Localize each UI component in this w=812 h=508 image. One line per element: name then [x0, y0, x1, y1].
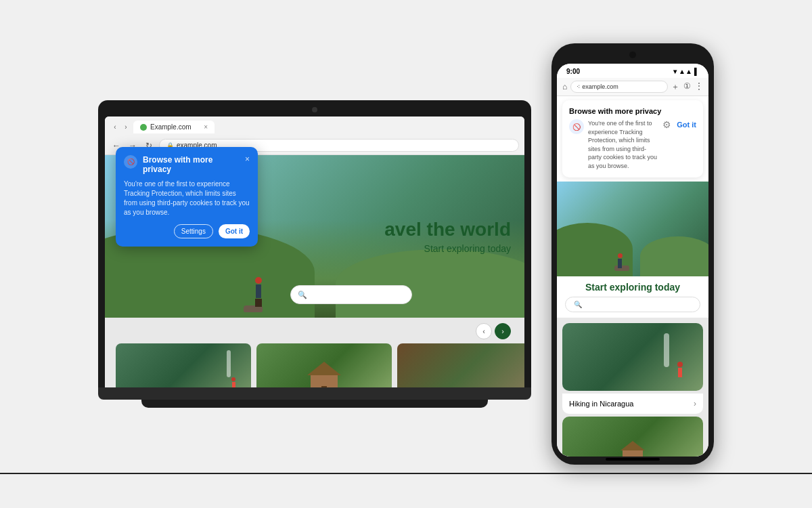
prev-card-button[interactable]: ‹ [476, 323, 492, 339]
figure-head [255, 277, 262, 284]
mobile-card-small[interactable] [562, 417, 703, 457]
browser-tab[interactable]: Example.com × [133, 121, 215, 133]
card-hiker [229, 377, 238, 387]
laptop-camera [312, 107, 317, 112]
tab-bar: ‹ › Example.com × [110, 121, 519, 133]
hero-text: avel the world Start exploring today [384, 219, 511, 254]
privacy-popup: 🚫 Browse with more privacy × You're one … [116, 147, 258, 247]
mobile-card-hiker [677, 362, 683, 377]
signal-icon: ▲▲ [679, 68, 692, 75]
mobile-card-label[interactable]: Hiking in Nicaragua › [562, 394, 703, 414]
mobile-popup-actions: ⚙ Got it [662, 119, 696, 130]
tab-close[interactable]: × [204, 123, 208, 131]
search-icon: 🔍 [298, 291, 307, 299]
hero-title: avel the world [384, 219, 511, 240]
laptop-device: ‹ › Example.com × ← → ↻ [98, 100, 531, 408]
cabin-door [321, 386, 327, 387]
cards-section: ‹ › [105, 318, 524, 387]
card-2-bg [256, 343, 392, 387]
laptop-base [98, 387, 531, 400]
mobile-tracking-icon: 🚫 [569, 119, 584, 134]
tab-nav-arrows: ‹ › [110, 123, 131, 132]
mobile-figure-head [618, 253, 623, 258]
mobile-popup-text: You're one of the first to experience Tr… [588, 119, 658, 171]
mobile-camera [629, 51, 636, 58]
mobile-hill-right [640, 236, 708, 276]
bottom-divider [0, 473, 812, 474]
mobile-address-bar[interactable]: ⁖ example.com [570, 81, 668, 93]
mobile-cards-area: Hiking in Nicaragua › [557, 318, 708, 457]
mobile-browser-actions: ＋ ① ⋮ [671, 81, 703, 93]
mobile-privacy-popup: Browse with more privacy 🚫 You're one of… [562, 100, 703, 177]
mobile-tab-count-icon[interactable]: ① [683, 81, 691, 93]
popup-close-button[interactable]: × [245, 155, 250, 163]
mobile-cabin [621, 441, 645, 457]
mobile-explore-title: Start exploring today [557, 276, 708, 297]
tab-title: Example.com [150, 123, 191, 131]
mobile-hero [557, 182, 708, 276]
popup-actions: Settings Got it [124, 224, 250, 238]
tab-nav-right[interactable]: › [121, 123, 131, 132]
card-3[interactable] [397, 343, 524, 387]
hiker-head [231, 377, 235, 381]
mobile-waterfall [664, 333, 669, 367]
popup-header: 🚫 Browse with more privacy × [124, 155, 250, 174]
card-1[interactable] [116, 343, 251, 387]
laptop-body: ‹ › Example.com × ← → ↻ [98, 100, 531, 387]
mobile-popup-title: Browse with more privacy [569, 107, 696, 115]
cabin-decoration [307, 362, 341, 387]
cards-nav: ‹ › [105, 323, 524, 343]
cabin-roof [307, 362, 341, 375]
mobile-home-indicator [606, 458, 660, 461]
mobile-new-tab-icon[interactable]: ＋ [671, 81, 679, 93]
card-2[interactable] [256, 343, 392, 387]
mobile-status-icons: ▾ ▲▲ ▌ [673, 68, 699, 75]
mobile-popup-content: 🚫 You're one of the first to experience … [569, 119, 696, 171]
popup-body-text: You're one of the first to experience Tr… [124, 179, 250, 217]
settings-button[interactable]: Settings [174, 224, 213, 238]
card-1-bg [116, 343, 251, 387]
tab-favicon [140, 124, 147, 131]
mobile-card-text: Hiking in Nicaragua [569, 400, 633, 408]
mobile-card-big[interactable] [562, 323, 703, 391]
mobile-menu-icon[interactable]: ⋮ [695, 81, 703, 93]
m-cabin-roof [621, 441, 645, 450]
got-it-button[interactable]: Got it [219, 224, 250, 238]
hero-subtitle: Start exploring today [384, 242, 511, 253]
waterfall-decoration [227, 350, 231, 377]
mobile-figure-body [618, 259, 622, 268]
tab-nav-left[interactable]: ‹ [110, 123, 120, 132]
mobile-url: example.com [582, 83, 618, 90]
mobile-lock-icon: ⁖ [577, 83, 580, 90]
mobile-browser-bar: ⌂ ⁖ example.com ＋ ① ⋮ [557, 78, 708, 96]
hero-hill-right [336, 249, 524, 318]
mobile-settings-icon[interactable]: ⚙ [662, 119, 671, 130]
mobile-home-icon[interactable]: ⌂ [562, 82, 567, 91]
next-card-button[interactable]: › [495, 323, 511, 339]
mobile-search-bar[interactable]: 🔍 [565, 297, 700, 312]
figure-body [256, 284, 261, 298]
cabin-body [311, 375, 338, 387]
battery-icon: ▌ [694, 68, 699, 75]
mobile-status-bar: 9:00 ▾ ▲▲ ▌ [557, 64, 708, 78]
mobile-hero-figure [618, 253, 623, 268]
m-hiker-head [677, 362, 683, 367]
cards-row [105, 343, 524, 387]
mobile-device: 9:00 ▾ ▲▲ ▌ ⌂ ⁖ example.com ＋ ① ⋮ [551, 43, 714, 465]
hero-search-bar[interactable]: 🔍 [290, 285, 412, 304]
m-hiker-body [678, 368, 682, 377]
m-cabin-body [623, 450, 643, 457]
card-3-bg [397, 343, 524, 387]
scene: ‹ › Example.com × ← → ↻ [34, 43, 778, 465]
popup-title: Browse with more privacy [143, 155, 240, 174]
mobile-card-chevron-icon: › [694, 399, 696, 408]
tracking-protection-icon: 🚫 [124, 155, 137, 169]
mobile-card-big-bg [562, 323, 703, 391]
mobile-search-icon: 🔍 [574, 301, 582, 308]
mobile-hero-hills [557, 210, 708, 276]
mobile-got-it-button[interactable]: Got it [677, 121, 696, 129]
laptop-stand [141, 400, 488, 408]
mobile-card-small-bg [562, 417, 703, 457]
figure-legs [255, 299, 262, 307]
wifi-icon: ▾ [673, 68, 677, 75]
